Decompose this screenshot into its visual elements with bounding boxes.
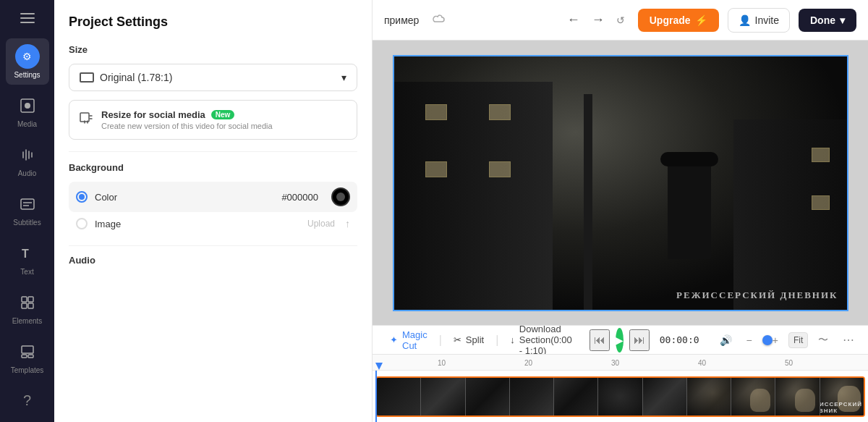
undo-button[interactable]: ←	[563, 8, 584, 32]
size-value: Original (1.78:1)	[100, 72, 172, 83]
window-3	[425, 161, 447, 177]
window-1	[425, 104, 447, 120]
invite-label: Invite	[755, 14, 779, 26]
background-section: Background Color #000000 Image Upload ↑	[54, 152, 372, 245]
sidebar-item-audio[interactable]: Audio	[6, 137, 49, 183]
svg-rect-9	[22, 297, 27, 302]
play-button[interactable]: ▶	[616, 328, 624, 353]
sidebar-item-subtitles-label: Subtitles	[13, 219, 41, 227]
film-frame-8	[687, 378, 731, 415]
upgrade-button[interactable]: Upgrade ⚡	[638, 9, 719, 32]
svg-rect-1	[20, 17, 35, 19]
window-5	[812, 148, 830, 162]
window-6	[812, 195, 830, 210]
timeline-ruler: 10 20 30 40 50 60 70	[373, 354, 868, 370]
text-icon: T	[15, 241, 40, 266]
top-bar: пример ← → ↺ Upgrade ⚡ 👤 Invite Done ▾	[373, 0, 868, 41]
save-cloud-button[interactable]	[427, 8, 449, 32]
film-frame-4	[510, 378, 554, 415]
help-icon[interactable]: ?	[17, 387, 37, 415]
resize-social-card[interactable]: Resize for social media New Create new v…	[69, 100, 357, 140]
svg-rect-5	[21, 199, 34, 209]
audio-section: Audio	[54, 246, 372, 274]
sidebar-item-subtitles[interactable]: Subtitles	[6, 186, 49, 232]
settings-icon: ⚙	[15, 44, 40, 69]
magic-cut-button[interactable]: ✦ Magic Cut	[384, 326, 433, 354]
refresh-button[interactable]: ↺	[612, 10, 629, 30]
image-radio[interactable]	[76, 218, 88, 229]
size-dropdown[interactable]: Original (1.78:1) ▾	[69, 64, 357, 91]
upload-icon[interactable]: ↑	[345, 218, 350, 229]
zoom-out-button[interactable]: −	[742, 330, 757, 350]
color-label: Color	[95, 192, 274, 203]
sidebar-item-text-label: Text	[20, 268, 33, 276]
video-preview-area: РЕЖИССЕРСКИЙ ДНЕВНИК	[373, 41, 868, 325]
film-frame-9	[731, 378, 775, 415]
sidebar-item-media-label: Media	[17, 120, 37, 128]
audio-label: Audio	[69, 255, 357, 266]
svg-rect-13	[22, 346, 33, 353]
video-frame: РЕЖИССЕРСКИЙ ДНЕВНИК	[393, 55, 848, 311]
split-button[interactable]: ✂ Split	[448, 332, 490, 348]
film-frame-3	[466, 378, 510, 415]
volume-button[interactable]: 🔊	[715, 330, 736, 350]
lamppost	[584, 94, 592, 310]
sidebar-item-text[interactable]: T Text	[6, 235, 49, 282]
done-button[interactable]: Done ▾	[799, 9, 856, 32]
ruler-mark-40: 40	[698, 359, 706, 367]
track-filmstrip[interactable]: РЕЖИССЕРСКИЙ ДНЕВНИК	[375, 376, 865, 417]
timeline-track: РЕЖИССЕРСКИЙ ДНЕВНИК	[373, 370, 868, 422]
ruler-mark-10: 10	[438, 359, 446, 367]
film-frame-1	[377, 378, 421, 415]
upgrade-label: Upgrade	[650, 14, 691, 26]
zoom-slider-thumb[interactable]	[762, 335, 773, 345]
svg-rect-15	[28, 355, 33, 358]
sidebar-item-audio-label: Audio	[18, 169, 37, 177]
lightning-icon: ⚡	[695, 14, 707, 26]
sidebar-item-elements[interactable]: Elements	[6, 284, 49, 331]
resize-subtitle: Create new version of this video for soc…	[101, 122, 273, 130]
download-icon: ↓	[510, 334, 515, 345]
fit-button[interactable]: Fit	[788, 332, 808, 348]
color-swatch[interactable]	[331, 187, 350, 206]
new-badge: New	[211, 110, 235, 119]
sidebar-item-settings-label: Settings	[14, 71, 40, 79]
invite-button[interactable]: 👤 Invite	[728, 8, 790, 33]
skip-back-button[interactable]: ⏮	[590, 329, 610, 351]
resize-title: Resize for social media	[101, 109, 205, 120]
svg-rect-2	[20, 22, 35, 23]
image-option[interactable]: Image Upload ↑	[69, 212, 357, 235]
sidebar: ⚙ Settings Media Audio Subtitles	[0, 0, 54, 422]
time-display: 00:00:0	[655, 334, 704, 345]
figure	[668, 165, 711, 259]
film-frame-7	[643, 378, 687, 415]
scissors-icon: ✂	[454, 334, 461, 345]
templates-icon	[15, 339, 40, 364]
done-chevron-icon: ▾	[840, 14, 845, 26]
svg-rect-14	[22, 355, 27, 358]
sidebar-item-settings[interactable]: ⚙ Settings	[6, 38, 49, 85]
more-options-button[interactable]: ⋯	[838, 329, 859, 351]
svg-text:T: T	[22, 248, 29, 260]
ruler-mark-20: 20	[524, 359, 532, 367]
skip-forward-button[interactable]: ⏭	[629, 329, 650, 351]
image-label: Image	[95, 219, 300, 229]
svg-rect-0	[20, 13, 35, 14]
background-label: Background	[69, 162, 357, 173]
download-section-label: Download Section(0:00 - 1:10)	[519, 324, 572, 356]
sidebar-item-media[interactable]: Media	[6, 88, 49, 134]
timeline-playhead[interactable]	[375, 363, 383, 370]
color-radio[interactable]	[76, 191, 88, 203]
sidebar-item-templates[interactable]: Templates	[6, 334, 49, 380]
waveform-button[interactable]: 〜	[814, 329, 833, 351]
audio-icon	[15, 143, 40, 167]
color-option[interactable]: Color #000000	[69, 182, 357, 212]
bottom-controls: ✦ Magic Cut | ✂ Split | ↓ Download Secti…	[373, 325, 868, 354]
redo-button[interactable]: →	[587, 8, 609, 32]
resize-icon	[80, 111, 93, 127]
media-icon	[15, 93, 40, 118]
dropdown-chevron-icon: ▾	[341, 72, 346, 83]
menu-icon[interactable]	[16, 7, 39, 31]
panel-title: Project Settings	[54, 0, 372, 37]
svg-rect-12	[28, 303, 33, 308]
